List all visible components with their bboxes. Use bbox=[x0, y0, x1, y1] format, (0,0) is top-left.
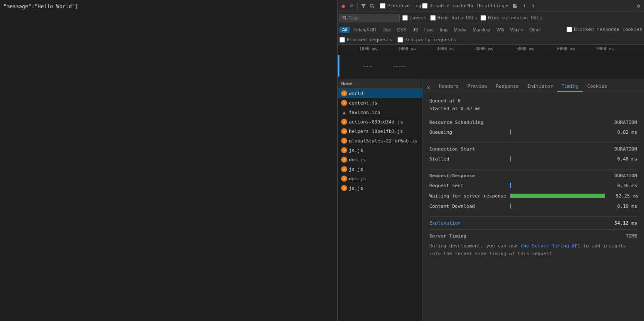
type-btn-font[interactable]: Font bbox=[422, 27, 436, 33]
server-timing-desc-1: During development, you can use bbox=[429, 243, 521, 249]
blocked-cookies-checkbox[interactable] bbox=[567, 27, 572, 32]
connection-start-section: Connection Start DURATION Stalled 0.48 m… bbox=[429, 146, 637, 164]
req-icon-js3: ✦ bbox=[341, 185, 347, 191]
timeline-body bbox=[338, 53, 644, 79]
req-name-js3: js.js bbox=[349, 185, 363, 191]
type-btn-css[interactable]: CSS bbox=[394, 27, 410, 33]
disable-cache-checkbox-label[interactable]: Disable cache bbox=[422, 3, 466, 9]
req-name-helpers: helpers-10be1fb3.js bbox=[349, 129, 403, 134]
request-item-helpers[interactable]: ✦ helpers-10be1fb3.js bbox=[338, 127, 422, 136]
type-btn-media[interactable]: Media bbox=[451, 27, 469, 33]
req-icon-favicon: ▲ bbox=[341, 109, 347, 115]
request-item-content-js[interactable]: ✦ content.js bbox=[338, 98, 422, 108]
filter-button[interactable] bbox=[360, 2, 367, 10]
type-btn-fetch-xhr[interactable]: Fetch/XHR bbox=[351, 27, 379, 33]
type-btn-manifest[interactable]: Manifest bbox=[470, 27, 493, 33]
tab-preview[interactable]: Preview bbox=[463, 82, 491, 92]
request-response-section: Request/Response DURATION Request sent 0… bbox=[429, 173, 637, 211]
type-btn-doc[interactable]: Doc bbox=[380, 27, 394, 33]
invert-checkbox-label[interactable]: Invert bbox=[402, 15, 427, 21]
stalled-value: 0.48 ms bbox=[607, 156, 637, 162]
hide-extension-label[interactable]: Hide extension URLs bbox=[481, 15, 542, 21]
type-btn-all[interactable]: All bbox=[339, 27, 350, 33]
hide-extension-text: Hide extension URLs bbox=[488, 15, 542, 21]
toolbar-divider-3 bbox=[510, 3, 510, 9]
record-button[interactable]: ● bbox=[339, 2, 347, 10]
block-button[interactable]: ⊘ bbox=[348, 2, 356, 10]
req-icon-dom1: ✦ bbox=[341, 157, 347, 163]
third-party-checkbox[interactable] bbox=[397, 37, 403, 43]
hide-extension-checkbox[interactable] bbox=[481, 15, 486, 21]
req-icon-helpers: ✦ bbox=[341, 128, 347, 134]
filter-input[interactable] bbox=[348, 15, 391, 21]
type-btn-ws[interactable]: WS bbox=[494, 27, 507, 33]
timing-content: Queued at 0 Started at 0.82 ms Resource … bbox=[422, 92, 644, 321]
blocked-requests-label[interactable]: Blocked requests bbox=[339, 37, 392, 43]
req-icon-js1: ✦ bbox=[341, 147, 347, 153]
filter-bar: Invert Hide data URLs Hide extension URL… bbox=[338, 12, 644, 24]
request-item-js3[interactable]: ✦ js.js bbox=[338, 183, 422, 193]
tab-headers[interactable]: Headers bbox=[434, 82, 463, 92]
tick-7000ms: 7000 ms bbox=[596, 46, 614, 51]
devtools-toolbar: ● ⊘ Preserve log Disable cache No thrott… bbox=[338, 0, 644, 12]
queueing-row: Queueing 0.82 ms bbox=[429, 127, 637, 137]
type-btn-js[interactable]: JS bbox=[410, 27, 421, 33]
search-button[interactable] bbox=[368, 2, 376, 10]
type-btn-other[interactable]: Other bbox=[527, 27, 544, 33]
divider-3 bbox=[429, 229, 637, 230]
detail-panel: ✕ Headers Preview Response Initiator Tim… bbox=[422, 79, 644, 321]
request-item-favicon[interactable]: ▲ favicon.ico bbox=[338, 108, 422, 117]
divider-2 bbox=[429, 169, 637, 170]
queueing-label: Queueing bbox=[429, 130, 507, 135]
request-item-actions[interactable]: ✦ actions-639cd34d.js bbox=[338, 117, 422, 127]
tab-timing[interactable]: Timing bbox=[557, 82, 583, 92]
tab-cookies[interactable]: Cookies bbox=[583, 82, 611, 92]
req-icon-actions: ✦ bbox=[341, 119, 347, 125]
request-item-globalstyles[interactable]: ✦ globalStyles-22fbf6ab.js bbox=[338, 136, 422, 145]
network-conditions-icon[interactable] bbox=[512, 2, 520, 10]
req-icon-globalstyles: ✦ bbox=[341, 138, 347, 144]
blocked-requests-checkbox[interactable] bbox=[339, 37, 345, 43]
no-throttling-label: No throttling bbox=[468, 3, 505, 9]
type-btn-wasm[interactable]: Wasm bbox=[508, 27, 526, 33]
preserve-log-checkbox-label[interactable]: Preserve log bbox=[380, 3, 421, 9]
settings-icon[interactable]: ⚙ bbox=[635, 2, 642, 10]
explanation-link[interactable]: Explanation bbox=[429, 220, 461, 226]
type-btn-img[interactable]: Img bbox=[437, 27, 450, 33]
server-timing-time-label: TIME bbox=[626, 233, 638, 239]
preserve-log-checkbox[interactable] bbox=[380, 3, 385, 9]
hide-data-urls-checkbox[interactable] bbox=[430, 15, 436, 21]
disable-cache-checkbox[interactable] bbox=[422, 3, 428, 9]
type-filters-bar: All Fetch/XHR Doc CSS JS Font Img Media … bbox=[338, 24, 644, 35]
svg-line-1 bbox=[373, 7, 374, 8]
hide-data-urls-label[interactable]: Hide data URLs bbox=[430, 15, 478, 21]
tick-3000ms: 3000 ms bbox=[437, 46, 455, 51]
tab-response[interactable]: Response bbox=[492, 82, 523, 92]
req-icon-dom2: ✦ bbox=[341, 176, 347, 182]
blocked-cookies-label[interactable]: Blocked response cookies bbox=[567, 27, 642, 32]
request-item-js1[interactable]: ✦ js.js bbox=[338, 145, 422, 155]
req-icon-content-js: ✦ bbox=[341, 100, 347, 106]
tab-initiator[interactable]: Initiator bbox=[523, 82, 558, 92]
request-item-dom1[interactable]: ✦ dom.js bbox=[338, 155, 422, 164]
stalled-bar-indicator bbox=[510, 156, 511, 161]
close-detail-button[interactable]: ✕ bbox=[424, 83, 433, 92]
content-download-value: 0.19 ms bbox=[607, 204, 637, 209]
request-item-js2[interactable]: ✦ js.js bbox=[338, 164, 422, 174]
invert-label: Invert bbox=[410, 15, 427, 21]
invert-checkbox[interactable] bbox=[402, 15, 408, 21]
tabs-container: Headers Preview Response Initiator Timin… bbox=[434, 82, 642, 92]
third-party-label[interactable]: 3rd-party requests bbox=[397, 37, 456, 43]
third-party-text: 3rd-party requests bbox=[405, 37, 456, 43]
request-sent-value: 0.36 ms bbox=[607, 183, 637, 188]
request-item-world[interactable]: ✦ world bbox=[338, 89, 422, 98]
request-item-dom2[interactable]: ✦ dom.js bbox=[338, 174, 422, 183]
export-icon[interactable]: ⬇ bbox=[529, 2, 537, 10]
toolbar-divider-1 bbox=[357, 3, 358, 9]
throttle-chevron-icon[interactable]: ▾ bbox=[505, 3, 508, 9]
resource-scheduling-duration-label: DURATION bbox=[614, 120, 637, 125]
server-timing-api-link[interactable]: the Server Timing API bbox=[521, 243, 580, 249]
import-icon[interactable]: ⬆ bbox=[521, 2, 528, 10]
editor-panel: "message":"Hello World"} bbox=[0, 0, 337, 321]
req-name-js1: js.js bbox=[349, 148, 363, 153]
